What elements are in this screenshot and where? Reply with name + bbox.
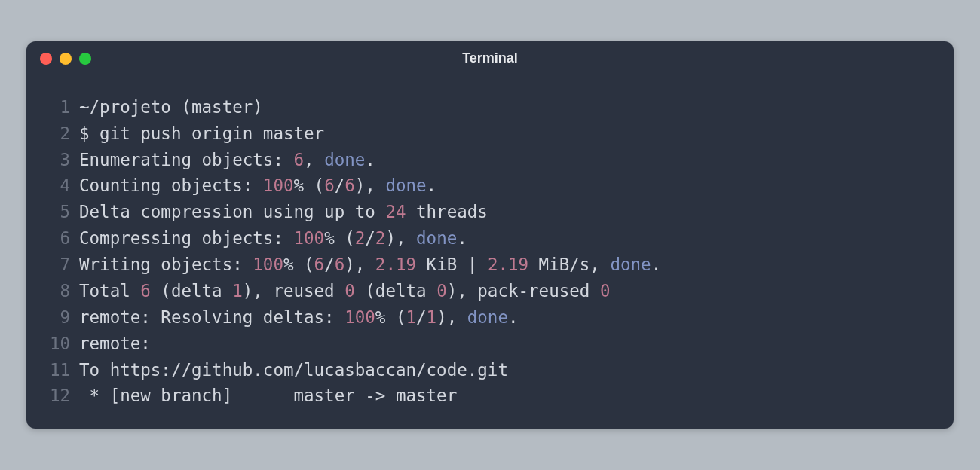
text-segment: ), <box>355 175 386 195</box>
text-segment: 6 <box>293 150 304 169</box>
line-number: 5 <box>43 199 79 225</box>
text-segment: / <box>335 175 345 195</box>
text-segment: Enumerating objects: <box>79 150 293 169</box>
text-segment: 6 <box>324 175 335 195</box>
line-content: $ git push origin master <box>79 121 324 147</box>
text-segment: 0 <box>345 281 355 301</box>
text-segment: 1 <box>406 307 416 327</box>
line-number: 4 <box>43 172 79 199</box>
text-segment: % ( <box>324 228 355 248</box>
text-segment: 6 <box>335 255 345 274</box>
text-segment: 6 <box>314 255 325 274</box>
text-segment: ), <box>385 228 416 248</box>
line-content: Total 6 (delta 1), reused 0 (delta 0), p… <box>79 278 610 304</box>
line-number: 3 <box>43 147 79 173</box>
line-number: 1 <box>43 94 79 121</box>
line-number: 12 <box>43 383 79 409</box>
terminal-line: 1~/projeto (master) <box>43 94 937 121</box>
line-number: 6 <box>43 225 79 252</box>
text-segment: Counting objects: <box>79 175 263 195</box>
terminal-line: 8Total 6 (delta 1), reused 0 (delta 0), … <box>43 278 937 304</box>
text-segment: KiB | <box>416 255 488 274</box>
text-segment: % ( <box>375 307 406 327</box>
text-segment: . <box>427 175 437 195</box>
text-segment: ~/projeto (master) <box>79 97 263 117</box>
terminal-window: Terminal 1~/projeto (master)2$ git push … <box>26 41 954 429</box>
line-number: 7 <box>43 252 79 278</box>
text-segment: 100 <box>345 307 375 327</box>
text-segment: 100 <box>253 255 283 274</box>
zoom-button[interactable] <box>79 53 91 65</box>
line-content: * [new branch] master -> master <box>79 383 457 409</box>
text-segment: 2.19 <box>488 255 528 274</box>
text-segment: / <box>416 307 427 327</box>
close-button[interactable] <box>40 53 52 65</box>
text-segment: done <box>385 175 426 195</box>
text-segment: Compressing objects: <box>79 228 293 248</box>
text-segment: ), pack-reused <box>447 281 600 301</box>
terminal-line: 5Delta compression using up to 24 thread… <box>43 199 937 225</box>
line-content: remote: <box>79 331 151 357</box>
titlebar: Terminal <box>26 41 954 76</box>
text-segment: 100 <box>263 175 294 195</box>
line-content: To https://github.com/lucasbaccan/code.g… <box>79 357 508 383</box>
text-segment: Writing objects: <box>79 255 253 274</box>
text-segment: remote: <box>79 334 151 353</box>
text-segment: done <box>416 228 457 248</box>
text-segment: ), <box>436 307 467 327</box>
line-content: remote: Resolving deltas: 100% (1/1), do… <box>79 304 519 331</box>
terminal-line: 2$ git push origin master <box>43 121 937 147</box>
text-segment: , <box>304 150 324 169</box>
terminal-line: 3Enumerating objects: 6, done. <box>43 147 937 173</box>
terminal-line: 12 * [new branch] master -> master <box>43 383 937 409</box>
line-content: Counting objects: 100% (6/6), done. <box>79 172 436 199</box>
text-segment: ), reused <box>243 281 345 301</box>
terminal-line: 4Counting objects: 100% (6/6), done. <box>43 172 937 199</box>
terminal-line: 7Writing objects: 100% (6/6), 2.19 KiB |… <box>43 252 937 278</box>
line-content: ~/projeto (master) <box>79 94 263 121</box>
text-segment: 1 <box>427 307 437 327</box>
text-segment: 100 <box>293 228 324 248</box>
line-number: 11 <box>43 357 79 383</box>
terminal-line: 11To https://github.com/lucasbaccan/code… <box>43 357 937 383</box>
window-title: Terminal <box>462 50 518 66</box>
terminal-body[interactable]: 1~/projeto (master)2$ git push origin ma… <box>26 76 954 429</box>
text-segment: 2 <box>355 228 366 248</box>
text-segment: To https://github.com/lucasbaccan/code.g… <box>79 360 508 380</box>
line-content: Compressing objects: 100% (2/2), done. <box>79 225 467 252</box>
text-segment: 2 <box>375 228 386 248</box>
text-segment: 24 <box>385 202 406 221</box>
line-content: Enumerating objects: 6, done. <box>79 147 375 173</box>
text-segment: . <box>365 150 375 169</box>
text-segment: 6 <box>345 175 355 195</box>
text-segment: $ git push origin master <box>79 124 324 143</box>
text-segment: done <box>324 150 365 169</box>
line-number: 8 <box>43 278 79 304</box>
line-number: 10 <box>43 331 79 357</box>
text-segment: 6 <box>140 281 151 301</box>
text-segment: ), <box>345 255 375 274</box>
text-segment: threads <box>406 202 487 221</box>
minimize-button[interactable] <box>60 53 72 65</box>
text-segment: Total <box>79 281 140 301</box>
traffic-lights <box>40 53 91 65</box>
text-segment: . <box>651 255 662 274</box>
text-segment: done <box>610 255 651 274</box>
text-segment: done <box>467 307 508 327</box>
text-segment: * [new branch] master -> master <box>79 386 457 405</box>
text-segment: / <box>365 228 375 248</box>
text-segment: 2.19 <box>375 255 416 274</box>
line-number: 2 <box>43 121 79 147</box>
text-segment: / <box>324 255 335 274</box>
line-content: Writing objects: 100% (6/6), 2.19 KiB | … <box>79 252 661 278</box>
text-segment: Delta compression using up to <box>79 202 385 221</box>
text-segment: . <box>457 228 467 248</box>
text-segment: % ( <box>293 175 324 195</box>
text-segment: 0 <box>600 281 611 301</box>
line-content: Delta compression using up to 24 threads <box>79 199 488 225</box>
terminal-line: 10remote: <box>43 331 937 357</box>
text-segment: remote: Resolving deltas: <box>79 307 345 327</box>
text-segment: 0 <box>436 281 447 301</box>
text-segment: . <box>508 307 519 327</box>
text-segment: (delta <box>151 281 232 301</box>
